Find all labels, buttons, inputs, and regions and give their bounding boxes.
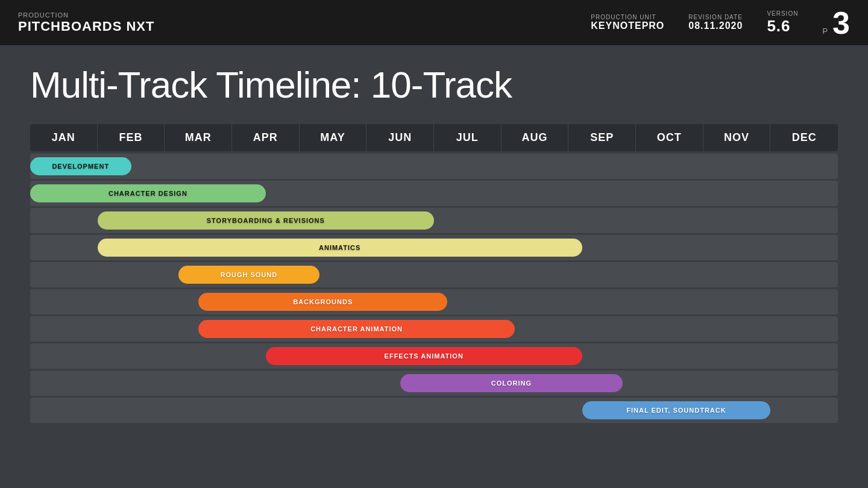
revision-date-value: 08.11.2020 — [688, 20, 743, 31]
track-bar-storyboarding-revisions: STORYBOARDING & REVISIONS — [98, 211, 434, 230]
track-bar-rough-sound: ROUGH SOUND — [178, 266, 320, 284]
page-group: P 3 — [822, 7, 850, 39]
month-cell-jun: JUN — [366, 124, 434, 151]
version-label: VERSION — [767, 10, 798, 17]
month-cell-mar: MAR — [165, 124, 232, 151]
header-right: PRODUCTION UNIT KEYNOTEPRO REVISION DATE… — [591, 7, 850, 39]
month-cell-jan: JAN — [30, 124, 98, 151]
track-row: DEVELOPMENT — [30, 154, 838, 179]
track-row: CHARACTER ANIMATION — [30, 316, 838, 342]
month-cell-aug: AUG — [502, 124, 569, 151]
track-row: EFFECTS ANIMATION — [30, 343, 838, 369]
page-number: 3 — [832, 7, 850, 39]
track-row: COLORING — [30, 371, 838, 396]
version-value: 5.6 — [767, 17, 790, 36]
track-row: BACKGROUNDS — [30, 289, 838, 314]
month-cell-feb: FEB — [98, 124, 165, 151]
production-unit-group: PRODUCTION UNIT KEYNOTEPRO — [591, 14, 664, 31]
tracks-wrapper: DEVELOPMENTCHARACTER DESIGNSTORYBOARDING… — [30, 154, 838, 423]
production-unit-label: PRODUCTION UNIT — [591, 14, 656, 20]
page-title: Multi-Track Timeline: 10-Track — [30, 63, 838, 106]
months-row: JANFEBMARAPRMAYJUNJULAUGSEPOCTNOVDEC — [30, 124, 838, 151]
track-bar-effects-animation: EFFECTS ANIMATION — [266, 347, 582, 365]
month-cell-oct: OCT — [636, 124, 703, 151]
track-bar-animatics: ANIMATICS — [98, 239, 582, 257]
month-cell-dec: DEC — [770, 124, 838, 151]
header-left: PRODUCTION PITCHBOARDS NXT — [18, 11, 154, 34]
track-bar-coloring: COLORING — [400, 374, 623, 392]
track-row: ANIMATICS — [30, 235, 838, 260]
track-bar-development: DEVELOPMENT — [30, 157, 131, 175]
track-row: STORYBOARDING & REVISIONS — [30, 208, 838, 233]
month-cell-jul: JUL — [434, 124, 502, 151]
month-cell-nov: NOV — [703, 124, 771, 151]
header: PRODUCTION PITCHBOARDS NXT PRODUCTION UN… — [0, 0, 868, 45]
production-title: PITCHBOARDS NXT — [18, 19, 154, 34]
month-cell-may: MAY — [300, 124, 367, 151]
production-unit-value: KEYNOTEPRO — [591, 20, 664, 31]
track-bar-final-edit-soundtrack: FINAL EDIT, SOUNDTRACK — [582, 401, 771, 419]
track-row: ROUGH SOUND — [30, 262, 838, 287]
main-content: Multi-Track Timeline: 10-Track JANFEBMAR… — [0, 45, 868, 435]
track-bar-character-design: CHARACTER DESIGN — [30, 184, 266, 202]
revision-date-label: REVISION DATE — [688, 14, 743, 20]
track-row: CHARACTER DESIGN — [30, 181, 838, 206]
track-row: FINAL EDIT, SOUNDTRACK — [30, 398, 838, 423]
version-group: VERSION 5.6 — [767, 10, 798, 36]
production-label: PRODUCTION — [18, 11, 154, 19]
timeline-container: JANFEBMARAPRMAYJUNJULAUGSEPOCTNOVDEC DEV… — [30, 124, 838, 423]
revision-date-group: REVISION DATE 08.11.2020 — [688, 14, 743, 31]
track-bar-backgrounds: BACKGROUNDS — [198, 293, 447, 311]
track-bar-character-animation: CHARACTER ANIMATION — [198, 320, 515, 338]
page-label: P — [822, 27, 828, 36]
month-cell-sep: SEP — [568, 124, 636, 151]
month-cell-apr: APR — [232, 124, 300, 151]
